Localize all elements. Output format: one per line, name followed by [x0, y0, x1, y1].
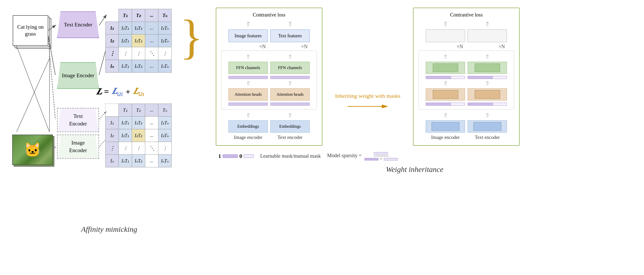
svg-line-4 — [99, 15, 106, 25]
weight-diagrams-row: Contrastive loss ⇑ ⇑ Image features Text — [216, 8, 634, 146]
contrastive-loss-1: Contrastive loss — [221, 12, 317, 18]
svg-line-0 — [48, 25, 55, 30]
diagram2: Contrastive loss ⇑ ⇑ — [413, 8, 520, 146]
matrix-top: T₁ T₂ ... Tₙ I₁ I₁T₁ I₁T₂ ... I₁Tₙ I₂ — [105, 9, 172, 73]
inherit-arrow-svg — [345, 101, 391, 111]
mask-bar-partial — [244, 154, 254, 158]
ffn-channels-txt: FFN channels — [270, 62, 310, 74]
text-features-box: Text features — [270, 29, 310, 42]
cat-text-label: Cat lying on grass — [15, 24, 46, 38]
weight-inheritance-title: Weight inheritance — [195, 165, 634, 174]
left-panel: Cat lying on grass Text Encoder Image En… — [10, 5, 208, 270]
image-features-box: Image features — [228, 29, 268, 42]
embeddings-txt: Embeddings — [270, 120, 310, 133]
attn-box-img-2 — [426, 88, 465, 101]
svg-line-10 — [16, 46, 49, 132]
svg-line-1 — [48, 36, 55, 75]
mask-bar-full — [223, 154, 238, 158]
dashed-layers-1: ⇑ ⇑ FFN channels FFN channels — [221, 51, 317, 109]
ffn-box-txt-2 — [468, 62, 507, 74]
right-panel: Contrastive loss ⇑ ⇑ Image features Text — [208, 5, 634, 270]
matrix-bot: T₁ T₂ ... Tₙ I₁ I₁T₁ I₁T₂ ... I₁Tₙ I₂ — [105, 104, 172, 167]
attention-heads-img: Attention heads — [228, 88, 268, 101]
ffn-box-img-2 — [426, 62, 465, 74]
mask-legend: 1 0 Learnable mask/manual mask Model spa… — [216, 151, 634, 161]
svg-line-6 — [99, 112, 106, 119]
attn-box-txt-2 — [468, 88, 507, 101]
enc-label-img-1: Image encoder — [228, 135, 268, 140]
enc-label-img-2: Image encoder — [426, 135, 465, 140]
cat-image-box: 🐱 — [12, 135, 53, 165]
text-encoder-top: Text Encoder — [57, 11, 99, 38]
xn2-label-2: ×N — [468, 44, 507, 50]
curly-brace: } — [180, 13, 203, 61]
model-sparsity-text: Model sparsity = + — [327, 151, 398, 161]
mask-num-0: 0 — [239, 153, 242, 159]
image-features-box-2 — [426, 29, 465, 42]
inherit-arrow-area: Inheriting weight with masks — [335, 58, 400, 146]
up-arrow-txt-feat: ⇑ — [270, 20, 310, 28]
cat-text-box: Cat lying on grass — [13, 15, 48, 46]
text-encoder-bot: TextEncoder — [57, 108, 99, 132]
xn1-label-2: ×N — [426, 44, 465, 50]
affinity-label: Affinity mimicking — [81, 225, 137, 234]
image-encoder-bot: ImageEncoder — [57, 135, 99, 159]
inherit-label: Inheriting weight with masks — [335, 93, 400, 99]
embed-box-txt-2 — [468, 120, 507, 133]
enc-label-txt-1: Text encoder — [270, 135, 310, 140]
xn2-label: ×N — [270, 44, 310, 50]
main-container: Cat lying on grass Text Encoder Image En… — [0, 0, 644, 275]
contrastive-loss-2: Contrastive loss — [419, 12, 514, 18]
dashed-layers-2: ⇑ ⇑ — [419, 51, 514, 109]
mask-num-1: 1 — [218, 153, 221, 159]
loss-equation: 𝑳 = 𝑳t2i + 𝑳i2t — [96, 86, 144, 97]
affinity-diagram: Cat lying on grass Text Encoder Image En… — [10, 8, 208, 236]
xn1-label: ×N — [228, 44, 268, 50]
attention-heads-txt: Attention heads — [270, 88, 310, 101]
embeddings-img: Embeddings — [228, 120, 268, 133]
learnable-mask-text: Learnable mask/manual mask — [260, 153, 321, 159]
svg-line-9 — [16, 58, 49, 132]
image-encoder-mid: Image Encoder — [57, 62, 99, 89]
text-features-box-2 — [468, 29, 507, 42]
enc-label-txt-2: Text encoder — [468, 135, 507, 140]
diagram1: Contrastive loss ⇑ ⇑ Image features Text — [216, 8, 322, 146]
svg-line-2 — [48, 38, 55, 119]
embed-box-img-2 — [426, 120, 465, 133]
up-arrow-img-feat: ⇑ — [228, 20, 268, 28]
ffn-channels-img: FFN channels — [228, 62, 268, 74]
